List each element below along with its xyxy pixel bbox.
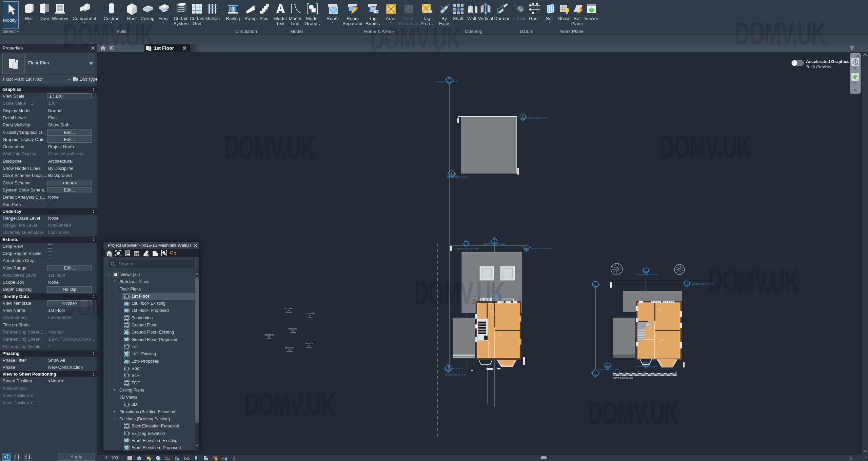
- svg-text:2: 2: [645, 362, 647, 364]
- svg-text:1: 1: [619, 371, 620, 373]
- svg-text:Unlinked: Unlinked: [285, 312, 292, 313]
- svg-text:2D: 2D: [856, 63, 859, 65]
- svg-text:Z: Z: [14, 457, 16, 459]
- svg-text:7: 7: [449, 78, 450, 80]
- svg-text:W.C & BATH: W.C & BATH: [284, 308, 293, 309]
- svg-text:Unlinked: Unlinked: [306, 346, 312, 348]
- svg-text:15MSTW-XXX-XX-XX-AA: 15MSTW-XXX-XX-XX-AA: [445, 374, 466, 376]
- svg-text:1: 1: [686, 281, 688, 283]
- svg-text:Unlinked: Unlinked: [290, 332, 296, 334]
- svg-text:1: 1: [526, 245, 527, 248]
- svg-text:6: 6: [522, 115, 524, 117]
- svg-text:BEDROOM2: BEDROOM2: [306, 313, 315, 315]
- svg-text:2: 2: [466, 241, 467, 243]
- svg-text:5: 5: [645, 371, 646, 373]
- svg-text:GRAPHIC SCALE 1:100: GRAPHIC SCALE 1:100: [613, 377, 633, 379]
- svg-text:2: 2: [626, 371, 627, 373]
- svg-text:15MSTW-XXX-XX-XX-AA: 15MSTW-XXX-XX-XX-AA: [531, 247, 552, 249]
- svg-text:0: 0: [613, 371, 614, 373]
- svg-text:15MSTW-XXX-XX-XX-BB: 15MSTW-XXX-XX-XX-BB: [635, 365, 657, 367]
- svg-text:BEDROOM4: BEDROOM4: [265, 334, 274, 336]
- svg-text:15MSTW-XXX-XX-XX-AA: 15MSTW-XXX-XX-XX-AA: [528, 117, 549, 119]
- svg-text:STAIRCASE: STAIRCASE: [288, 328, 297, 330]
- svg-text:Unlinked: Unlinked: [266, 338, 272, 340]
- svg-text:10: 10: [675, 371, 677, 373]
- svg-text:A: A: [25, 457, 27, 459]
- svg-text:15MSTW-XXX-XX-XX-AA: 15MSTW-XXX-XX-XX-AA: [692, 283, 713, 285]
- svg-text:BEDROOM: BEDROOM: [305, 343, 313, 344]
- svg-text:5: 5: [451, 172, 452, 174]
- svg-text:3: 3: [494, 239, 495, 241]
- svg-text:Nil: Nil: [292, 330, 293, 332]
- svg-text:15MSTW-XXX-XX-XX-AA: 15MSTW-XXX-XX-XX-AA: [437, 81, 458, 83]
- svg-text:15MSTW-XXX-XX-XX-AA: 15MSTW-XXX-XX-XX-AA: [442, 367, 463, 369]
- svg-text:Nil: Nil: [289, 349, 290, 351]
- svg-text:15MSTW-XXX-XX-XX-AA: 15MSTW-XXX-XX-XX-AA: [447, 176, 468, 178]
- svg-text:Nil: Nil: [268, 336, 270, 338]
- svg-text:3: 3: [632, 371, 633, 373]
- svg-text:4: 4: [638, 371, 639, 373]
- svg-text:BEDROOM3: BEDROOM3: [285, 347, 294, 349]
- svg-text:15MSTW-XXX-XX-XX-AA: 15MSTW-XXX-XX-XX-AA: [597, 368, 619, 370]
- svg-text:15MSTW-XXX-XX-XX-BB: 15MSTW-XXX-XX-XX-BB: [636, 274, 657, 276]
- svg-text:15MSTW-XXX-XX-XX-BB: 15MSTW-XXX-XX-XX-BB: [484, 243, 505, 245]
- svg-text:Nil: Nil: [288, 310, 289, 312]
- svg-text:Nil: Nil: [309, 315, 311, 317]
- svg-text:2: 2: [607, 363, 608, 366]
- svg-text:Unlinked: Unlinked: [287, 351, 293, 353]
- svg-text:Nil: Nil: [308, 345, 310, 346]
- svg-text:1: 1: [645, 268, 647, 270]
- svg-text:Unlinked: Unlinked: [307, 317, 313, 318]
- svg-text:15MSTW-XXX-XX-XX-BB: 15MSTW-XXX-XX-XX-BB: [487, 296, 507, 298]
- svg-text:15MSTW-XXX-XX-XX-BB: 15MSTW-XXX-XX-XX-BB: [457, 248, 478, 250]
